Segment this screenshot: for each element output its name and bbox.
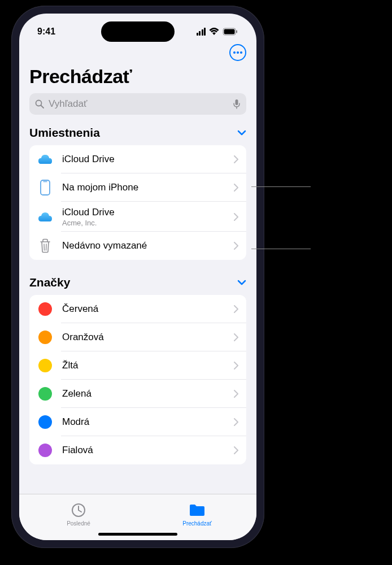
tab-browse[interactable]: Prechádzať bbox=[138, 494, 256, 530]
tag-row-red[interactable]: Červená bbox=[29, 295, 246, 323]
location-row-trash[interactable]: Nedávno vymazané bbox=[29, 232, 246, 260]
row-label: Žltá bbox=[62, 359, 225, 372]
tab-label: Prechádzať bbox=[182, 520, 212, 527]
chevron-right-icon bbox=[234, 446, 238, 454]
tag-dot bbox=[38, 331, 52, 344]
callout-line bbox=[251, 249, 311, 249]
icloud-icon bbox=[37, 209, 53, 225]
row-label: Nedávno vymazané bbox=[62, 240, 225, 252]
tag-dot bbox=[38, 359, 52, 372]
row-label: Zelená bbox=[62, 388, 225, 400]
svg-line-4 bbox=[41, 106, 44, 108]
row-label: iCloud Drive bbox=[62, 153, 225, 166]
page-title: Prechádzať bbox=[19, 66, 256, 88]
chevron-right-icon bbox=[234, 418, 238, 426]
tag-row-blue[interactable]: Modrá bbox=[29, 408, 246, 436]
cellular-icon bbox=[197, 28, 206, 36]
chevron-down-icon bbox=[237, 280, 246, 285]
row-label: Fialová bbox=[62, 444, 225, 457]
row-label: Červená bbox=[62, 303, 225, 315]
search-icon bbox=[35, 99, 44, 108]
tag-row-orange[interactable]: Oranžová bbox=[29, 323, 246, 351]
trash-icon bbox=[37, 238, 53, 254]
location-row-icloud-work[interactable]: iCloud Drive Acme, Inc. bbox=[29, 202, 246, 232]
dynamic-island bbox=[101, 21, 175, 42]
svg-line-9 bbox=[44, 244, 45, 250]
chevron-right-icon bbox=[234, 362, 238, 370]
row-label: iCloud Drive bbox=[62, 206, 225, 219]
chevron-down-icon bbox=[237, 130, 246, 136]
tag-row-green[interactable]: Zelená bbox=[29, 380, 246, 408]
svg-rect-7 bbox=[41, 180, 50, 195]
svg-rect-5 bbox=[236, 99, 238, 105]
chevron-right-icon bbox=[234, 184, 238, 192]
status-time: 9:41 bbox=[37, 27, 55, 37]
row-label: Na mojom iPhone bbox=[62, 181, 225, 194]
icloud-icon bbox=[37, 151, 53, 167]
chevron-right-icon bbox=[234, 155, 238, 163]
status-icons bbox=[197, 28, 239, 36]
tag-row-purple[interactable]: Fialová bbox=[29, 436, 246, 464]
tab-recent[interactable]: Posledné bbox=[19, 494, 138, 530]
chevron-right-icon bbox=[234, 390, 238, 398]
row-label: Modrá bbox=[62, 416, 225, 428]
clock-icon bbox=[70, 502, 87, 519]
svg-line-10 bbox=[46, 244, 47, 250]
more-button[interactable] bbox=[229, 44, 246, 61]
chevron-right-icon bbox=[234, 305, 238, 313]
tag-row-yellow[interactable]: Žltá bbox=[29, 351, 246, 380]
phone-frame: 9:41 Prechádzať bbox=[11, 6, 264, 548]
tags-list: Červená Oranžová Žltá bbox=[29, 295, 246, 464]
search-input[interactable]: Vyhľadať bbox=[29, 93, 246, 115]
locations-list: iCloud Drive Na mojom iPhone bbox=[29, 145, 246, 260]
tag-dot bbox=[38, 387, 52, 401]
location-row-iphone[interactable]: Na mojom iPhone bbox=[29, 173, 246, 202]
tab-label: Posledné bbox=[67, 520, 90, 527]
chevron-right-icon bbox=[234, 333, 238, 341]
svg-rect-2 bbox=[236, 31, 237, 33]
home-indicator[interactable] bbox=[98, 533, 177, 536]
chevron-right-icon bbox=[234, 213, 238, 221]
chevron-right-icon bbox=[234, 242, 238, 250]
section-header-locations[interactable]: Umiestnenia bbox=[19, 126, 256, 140]
wifi-icon bbox=[209, 28, 219, 36]
mic-icon[interactable] bbox=[233, 99, 241, 109]
section-title: Značky bbox=[29, 276, 70, 289]
row-label: Oranžová bbox=[62, 331, 225, 344]
tag-dot bbox=[38, 444, 52, 457]
screen: 9:41 Prechádzať bbox=[19, 14, 256, 540]
section-header-tags[interactable]: Značky bbox=[19, 276, 256, 289]
svg-rect-1 bbox=[224, 29, 235, 34]
search-placeholder: Vyhľadať bbox=[49, 98, 228, 110]
row-sublabel: Acme, Inc. bbox=[62, 219, 225, 227]
tag-dot bbox=[38, 415, 52, 429]
section-title: Umiestnenia bbox=[29, 126, 100, 140]
tag-dot bbox=[38, 302, 52, 316]
location-row-icloud[interactable]: iCloud Drive bbox=[29, 145, 246, 173]
callout-line bbox=[251, 186, 311, 187]
folder-icon bbox=[189, 502, 206, 519]
iphone-icon bbox=[37, 180, 53, 195]
battery-icon bbox=[223, 28, 238, 36]
